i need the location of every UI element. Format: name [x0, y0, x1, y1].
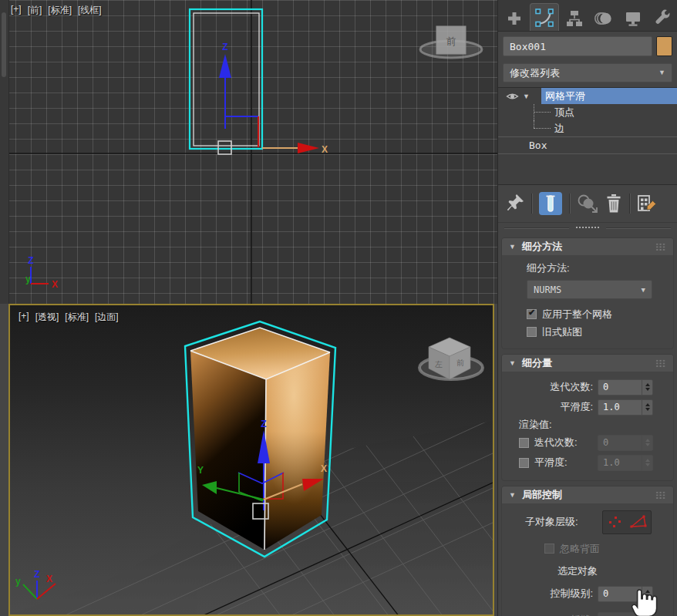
rollout-grip-icon[interactable]	[655, 243, 666, 251]
apply-to-whole-mesh-checkbox[interactable]	[527, 309, 537, 319]
render-iterations-row: 迭代次数: 0	[502, 433, 673, 453]
modifier-list-label: 修改器列表	[510, 64, 560, 82]
stack-item-label: 网格平滑	[541, 88, 677, 104]
axis-tripod-front: Z y X	[25, 255, 58, 290]
subobject-level-row: 子对象层级:	[502, 509, 673, 535]
pivot-marker	[218, 141, 231, 154]
apply-to-whole-mesh-label: 应用于整个网格	[542, 308, 612, 321]
rollout-grip-icon[interactable]	[655, 359, 666, 368]
crease-label: 折缝:	[502, 613, 598, 616]
box-object[interactable]	[185, 321, 335, 557]
iterations-spinner[interactable]: 0	[598, 379, 653, 396]
object-color-swatch[interactable]	[656, 36, 672, 56]
scrollbar-thumb[interactable]	[2, 12, 6, 77]
stack-item-label: 顶点	[554, 106, 574, 119]
tripod-z-label: Z	[28, 255, 33, 266]
panel-splitter[interactable]	[498, 223, 677, 233]
object-name-field[interactable]: Box001	[503, 36, 652, 56]
rollout-local-control: ▼ 局部控制 子对象层级:	[501, 486, 674, 616]
make-unique-icon[interactable]	[577, 194, 598, 214]
viewport-perspective[interactable]: 左 前 Z Y X	[8, 304, 494, 616]
viewport-menu-shading-mode[interactable]: [边面]	[95, 311, 119, 324]
tripod-z-label: Z	[34, 569, 39, 580]
render-iterations-label: 迭代次数:	[534, 436, 578, 449]
rollout-header[interactable]: ▼ 细分量	[502, 355, 673, 372]
configure-modifier-sets-icon[interactable]	[637, 194, 657, 214]
vertex-level-icon[interactable]	[605, 513, 624, 530]
show-end-result-icon	[544, 194, 557, 213]
subdivision-method-dropdown[interactable]: NURMS ▼	[527, 280, 652, 299]
render-values-label: 渲染值:	[502, 417, 673, 433]
viewport-persp-menu: [+] [透视] [标准] [边面]	[19, 311, 119, 324]
spinner-arrows-icon[interactable]	[642, 587, 652, 601]
rollout-header[interactable]: ▼ 局部控制	[502, 486, 673, 503]
stack-item-box[interactable]: Box	[498, 136, 677, 154]
tab-utilities[interactable]	[648, 5, 676, 31]
render-smoothness-label: 平滑度:	[534, 456, 568, 470]
viewport-menu-shading-standard[interactable]: [标准]	[48, 4, 72, 17]
stack-toolbar	[498, 185, 677, 223]
control-level-value: 0	[598, 587, 642, 601]
rollout-header[interactable]: ▼ 细分方法	[502, 238, 673, 255]
tab-create[interactable]	[500, 5, 528, 31]
spinner-arrows-icon[interactable]	[642, 380, 652, 395]
render-iterations-checkbox[interactable]	[519, 438, 529, 448]
control-level-row: 控制级别: 0	[502, 584, 673, 604]
visibility-eye-icon[interactable]	[506, 92, 523, 101]
viewcube-front[interactable]: 前	[420, 26, 482, 58]
viewcube-perspective[interactable]: 左 前	[419, 338, 483, 379]
modifier-list-dropdown[interactable]: 修改器列表 ▼	[503, 63, 672, 82]
viewport-front[interactable]: 前 Z X Z y X [+] [前] [	[0, 0, 497, 304]
crease-spinner: 0.0	[598, 612, 653, 616]
smoothness-value: 1.0	[598, 400, 642, 415]
tab-motion[interactable]	[590, 5, 618, 31]
tripod-y-label: y	[15, 576, 21, 587]
viewport-menu-general[interactable]: [+]	[19, 311, 29, 324]
3dsmax-window: { "colors": { "selection_cyan": "#1CE2E2…	[0, 0, 677, 616]
viewport-menu-shading-standard[interactable]: [标准]	[65, 311, 89, 324]
viewport-menu-general[interactable]: [+]	[11, 4, 22, 17]
stack-item-meshsmooth[interactable]: ▼ 网格平滑	[498, 88, 677, 104]
gizmo-x-label: X	[322, 144, 328, 155]
tab-hierarchy[interactable]	[561, 5, 588, 31]
stack-item-edge[interactable]: 边	[498, 120, 677, 136]
ignore-backfacing-label: 忽略背面	[560, 542, 600, 556]
tab-display[interactable]	[619, 5, 647, 31]
viewport-menu-pov[interactable]: [前]	[28, 4, 42, 17]
show-end-result-button[interactable]	[539, 192, 562, 215]
box-left-face	[190, 351, 266, 550]
rollout-title: 局部控制	[522, 488, 562, 502]
edge-level-icon[interactable]	[628, 513, 648, 530]
render-smoothness-checkbox[interactable]	[519, 458, 529, 468]
spinner-arrows-icon[interactable]	[642, 400, 652, 415]
toolbar-divider	[629, 194, 630, 214]
viewport-menu-shading-mode[interactable]: [线框]	[78, 4, 102, 17]
old-style-mapping-label: 旧式贴图	[542, 325, 582, 339]
toolbar-divider	[531, 194, 532, 214]
smoothness-spinner[interactable]: 1.0	[598, 399, 653, 416]
command-panel: Box001 修改器列表 ▼ ▼ 网格平滑 顶点 边 Box	[497, 0, 677, 616]
subobject-level-label: 子对象层级:	[525, 515, 578, 529]
pin-stack-icon[interactable]	[506, 194, 524, 214]
expand-arrow-icon[interactable]: ▼	[523, 93, 536, 100]
stack-item-vertex[interactable]: 顶点	[498, 104, 677, 120]
rollout-title: 细分方法	[522, 240, 562, 254]
left-gutter-bottom	[0, 304, 8, 616]
crease-row: 折缝: 0.0	[502, 610, 673, 616]
viewport-menu-pov[interactable]: [透视]	[35, 311, 59, 324]
motion-icon	[594, 9, 613, 28]
old-style-mapping-checkbox[interactable]	[527, 327, 537, 337]
rollout-collapse-icon: ▼	[509, 491, 516, 499]
subobject-level-buttons	[602, 510, 652, 534]
crease-value: 0.0	[598, 613, 642, 616]
viewport-perspective-canvas: 左 前 Z Y X	[10, 305, 493, 614]
control-level-spinner[interactable]: 0	[598, 586, 653, 602]
move-gizmo-plane-handle[interactable]	[225, 116, 258, 147]
tab-modify[interactable]	[530, 3, 559, 31]
rollout-collapse-icon: ▼	[509, 359, 516, 367]
rollout-grip-icon[interactable]	[655, 491, 666, 500]
left-gutter-top	[0, 0, 9, 304]
remove-modifier-trash-icon[interactable]	[605, 194, 622, 214]
spinner-arrows-icon	[642, 456, 652, 470]
viewport-front-menu: [+] [前] [标准] [线框]	[11, 4, 102, 17]
